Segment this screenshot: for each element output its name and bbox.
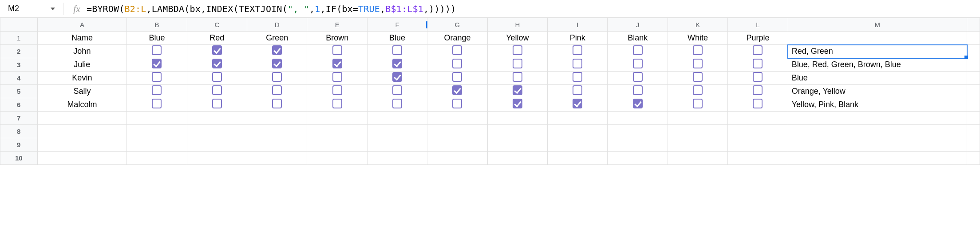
checkbox-icon[interactable]: [152, 85, 162, 95]
cell-J1[interactable]: Blank: [608, 32, 668, 45]
row-header-4[interactable]: 4: [0, 72, 38, 85]
empty-cell[interactable]: [967, 152, 980, 165]
row-header-7[interactable]: 7: [0, 112, 38, 125]
checkbox-icon[interactable]: [212, 59, 222, 68]
cell-L4[interactable]: [728, 72, 788, 85]
cell-K3[interactable]: [668, 58, 727, 72]
checkbox-icon[interactable]: [573, 45, 582, 55]
cell-D3[interactable]: [247, 58, 307, 72]
column-header-J[interactable]: J: [608, 18, 668, 32]
empty-cell[interactable]: [427, 138, 487, 152]
cell-M1[interactable]: [788, 32, 967, 45]
checkbox-icon[interactable]: [693, 59, 703, 68]
empty-cell[interactable]: [37, 138, 127, 152]
empty-cell[interactable]: [967, 125, 980, 138]
empty-cell[interactable]: [37, 125, 127, 138]
cell-F2[interactable]: [367, 45, 427, 58]
cell-J2[interactable]: [608, 45, 668, 58]
checkbox-icon[interactable]: [332, 45, 342, 55]
row-header-6[interactable]: 6: [0, 98, 38, 112]
cell-I1[interactable]: Pink: [548, 32, 608, 45]
cell-E6[interactable]: [307, 98, 367, 112]
formula-input[interactable]: =BYROW(B2:L,LAMBDA(bx,INDEX(TEXTJOIN(", …: [87, 4, 978, 14]
checkbox-icon[interactable]: [513, 85, 522, 95]
cell-A6[interactable]: Malcolm: [37, 98, 127, 112]
empty-cell[interactable]: [247, 125, 307, 138]
column-header-H[interactable]: H: [487, 18, 547, 32]
checkbox-icon[interactable]: [332, 59, 342, 68]
cell-D2[interactable]: [247, 45, 307, 58]
checkbox-icon[interactable]: [513, 59, 522, 68]
cell-I3[interactable]: [548, 58, 608, 72]
empty-cell[interactable]: [247, 138, 307, 152]
cell-C1[interactable]: Red: [187, 32, 247, 45]
cell-F4[interactable]: [367, 72, 427, 85]
empty-cell[interactable]: [788, 152, 967, 165]
checkbox-icon[interactable]: [633, 72, 643, 82]
checkbox-icon[interactable]: [332, 99, 342, 108]
empty-cell[interactable]: [37, 152, 127, 165]
cell-J3[interactable]: [608, 58, 668, 72]
checkbox-icon[interactable]: [452, 45, 462, 55]
cell-N6[interactable]: [967, 98, 980, 112]
cell-N1[interactable]: [967, 32, 980, 45]
cell-N3[interactable]: [967, 58, 980, 72]
checkbox-icon[interactable]: [392, 99, 402, 108]
checkbox-icon[interactable]: [392, 59, 402, 68]
empty-cell[interactable]: [548, 138, 608, 152]
cell-L3[interactable]: [728, 58, 788, 72]
empty-cell[interactable]: [367, 125, 427, 138]
empty-cell[interactable]: [608, 152, 668, 165]
column-header-K[interactable]: K: [668, 18, 727, 32]
empty-cell[interactable]: [487, 138, 547, 152]
empty-cell[interactable]: [608, 112, 668, 125]
empty-cell[interactable]: [367, 152, 427, 165]
empty-cell[interactable]: [127, 112, 187, 125]
checkbox-icon[interactable]: [573, 99, 582, 108]
checkbox-icon[interactable]: [452, 85, 462, 95]
cell-L1[interactable]: Purple: [728, 32, 788, 45]
empty-cell[interactable]: [608, 138, 668, 152]
cell-B5[interactable]: [127, 85, 187, 98]
cell-G5[interactable]: [427, 85, 487, 98]
cell-B3[interactable]: [127, 58, 187, 72]
empty-cell[interactable]: [728, 138, 788, 152]
checkbox-icon[interactable]: [152, 45, 162, 55]
cell-J4[interactable]: [608, 72, 668, 85]
empty-cell[interactable]: [668, 112, 727, 125]
name-box[interactable]: M2: [2, 2, 59, 16]
checkbox-icon[interactable]: [452, 72, 462, 82]
checkbox-icon[interactable]: [332, 72, 342, 82]
column-header-G[interactable]: G: [427, 18, 487, 32]
cell-L6[interactable]: [728, 98, 788, 112]
column-header-A[interactable]: A: [37, 18, 127, 32]
cell-C3[interactable]: [187, 58, 247, 72]
checkbox-icon[interactable]: [392, 45, 402, 55]
cell-H1[interactable]: Yellow: [487, 32, 547, 45]
empty-cell[interactable]: [608, 125, 668, 138]
cell-F1[interactable]: Blue: [367, 32, 427, 45]
empty-cell[interactable]: [427, 112, 487, 125]
cell-K6[interactable]: [668, 98, 727, 112]
checkbox-icon[interactable]: [693, 85, 703, 95]
checkbox-icon[interactable]: [392, 72, 402, 82]
empty-cell[interactable]: [307, 125, 367, 138]
cell-D4[interactable]: [247, 72, 307, 85]
checkbox-icon[interactable]: [212, 45, 222, 55]
empty-cell[interactable]: [367, 138, 427, 152]
cell-E3[interactable]: [307, 58, 367, 72]
cell-J6[interactable]: [608, 98, 668, 112]
checkbox-icon[interactable]: [452, 99, 462, 108]
checkbox-icon[interactable]: [633, 45, 643, 55]
checkbox-icon[interactable]: [573, 59, 582, 68]
checkbox-icon[interactable]: [693, 45, 703, 55]
cell-C5[interactable]: [187, 85, 247, 98]
row-header-2[interactable]: 2: [0, 45, 38, 58]
cell-H3[interactable]: [487, 58, 547, 72]
empty-cell[interactable]: [307, 152, 367, 165]
checkbox-icon[interactable]: [212, 72, 222, 82]
column-header-M[interactable]: M: [788, 18, 967, 32]
empty-cell[interactable]: [548, 152, 608, 165]
cell-A1[interactable]: Name: [37, 32, 127, 45]
cell-E2[interactable]: [307, 45, 367, 58]
